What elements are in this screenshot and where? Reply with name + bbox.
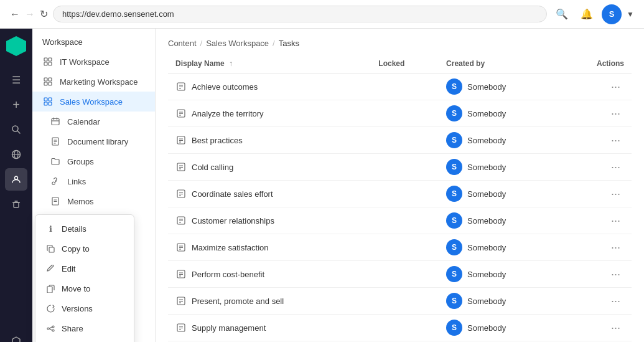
more-actions-button[interactable]: ··· bbox=[607, 320, 624, 335]
svg-rect-19 bbox=[44, 102, 47, 105]
user-menu-chevron[interactable]: ▼ bbox=[627, 10, 634, 19]
avatar: S bbox=[446, 159, 462, 175]
task-created-by: S Somebody bbox=[439, 288, 562, 315]
more-actions-button[interactable]: ··· bbox=[607, 240, 624, 255]
trash-button[interactable] bbox=[5, 193, 27, 216]
menu-toggle-button[interactable]: ☰ bbox=[5, 69, 27, 91]
created-by-name: Somebody bbox=[467, 136, 506, 145]
more-actions-button[interactable]: ··· bbox=[607, 159, 624, 174]
task-actions: ··· bbox=[562, 315, 632, 341]
more-actions-button[interactable]: ··· bbox=[607, 213, 624, 228]
ctx-share-item[interactable]: Share bbox=[35, 318, 134, 338]
ctx-edit-item[interactable]: Edit bbox=[35, 259, 134, 278]
nav-item-links[interactable]: Links bbox=[32, 171, 155, 191]
nav-item-marketing-workspace[interactable]: Marketing Workspace bbox=[32, 72, 155, 92]
breadcrumb-sales[interactable]: Sales Workspace bbox=[206, 39, 269, 48]
nav-item-document-library[interactable]: Document library bbox=[32, 131, 155, 151]
memo-icon bbox=[50, 196, 61, 207]
task-locked bbox=[371, 181, 439, 207]
svg-rect-33 bbox=[47, 287, 52, 293]
versions-icon bbox=[45, 303, 55, 313]
nav-item-it-workspace[interactable]: IT Workspace bbox=[32, 52, 155, 72]
breadcrumb: Content / Sales Workspace / Tasks bbox=[156, 29, 644, 48]
task-name: Coordinate sales effort bbox=[192, 189, 273, 199]
task-icon bbox=[175, 295, 187, 306]
globe-button[interactable] bbox=[5, 143, 27, 166]
nav-item-groups[interactable]: Groups bbox=[32, 151, 155, 171]
more-actions-button[interactable]: ··· bbox=[607, 293, 624, 308]
ctx-label: Edit bbox=[62, 264, 75, 273]
more-actions-button[interactable]: ··· bbox=[607, 186, 624, 201]
task-created-by: S Somebody bbox=[439, 100, 562, 127]
ctx-delete-item[interactable]: Delete bbox=[35, 338, 134, 342]
more-actions-button[interactable]: ··· bbox=[607, 106, 624, 121]
task-name: Present, promote and sell bbox=[192, 297, 284, 306]
nav-label: Groups bbox=[67, 157, 94, 166]
table-row: Maximize satisfaction S Somebody ··· bbox=[168, 234, 632, 261]
main-content: Content / Sales Workspace / Tasks Displa… bbox=[156, 29, 644, 342]
user-avatar[interactable]: S bbox=[602, 4, 622, 24]
more-actions-button[interactable]: ··· bbox=[607, 79, 624, 94]
task-locked bbox=[371, 315, 439, 341]
grid-icon-3 bbox=[42, 96, 54, 107]
notifications-icon[interactable]: 🔔 bbox=[577, 4, 597, 24]
task-locked bbox=[371, 154, 439, 181]
nav-refresh-icon[interactable]: ↻ bbox=[40, 8, 48, 20]
more-actions-button[interactable]: ··· bbox=[607, 133, 624, 148]
task-created-by: S Somebody bbox=[439, 127, 562, 154]
more-actions-button[interactable]: ··· bbox=[607, 267, 624, 282]
task-icon bbox=[175, 268, 187, 280]
breadcrumb-sep-1: / bbox=[200, 39, 203, 48]
nav-label: Memos bbox=[67, 197, 94, 206]
task-name: Best practices bbox=[192, 136, 243, 145]
created-by-name: Somebody bbox=[467, 297, 506, 306]
breadcrumb-current: Tasks bbox=[279, 39, 299, 48]
task-actions: ··· bbox=[562, 127, 632, 154]
col-name[interactable]: Display Name ↑ bbox=[168, 54, 371, 74]
nav-item-calendar[interactable]: Calendar bbox=[32, 112, 155, 131]
breadcrumb-content[interactable]: Content bbox=[168, 39, 197, 48]
avatar: S bbox=[446, 320, 462, 336]
svg-rect-11 bbox=[44, 62, 47, 65]
svg-line-1 bbox=[17, 131, 20, 133]
avatar: S bbox=[446, 186, 462, 202]
avatar: S bbox=[446, 132, 462, 148]
search-button[interactable] bbox=[5, 118, 27, 141]
svg-rect-21 bbox=[52, 119, 59, 125]
ctx-move-item[interactable]: Move to bbox=[35, 278, 134, 298]
task-created-by: S Somebody bbox=[439, 74, 562, 100]
ctx-details-item[interactable]: ℹ Details bbox=[35, 219, 134, 239]
task-name-cell: Present, promote and sell bbox=[168, 288, 371, 315]
task-actions: ··· bbox=[562, 288, 632, 315]
sort-arrow: ↑ bbox=[229, 59, 233, 68]
nav-forward-icon[interactable]: → bbox=[25, 9, 35, 20]
nav-item-memos[interactable]: Memos bbox=[32, 191, 155, 211]
ctx-copy-item[interactable]: Copy to bbox=[35, 239, 134, 259]
avatar: S bbox=[446, 105, 462, 121]
nav-label: Calendar bbox=[67, 117, 100, 126]
app-logo bbox=[6, 36, 26, 56]
task-created-by: S Somebody bbox=[439, 154, 562, 181]
avatar: S bbox=[446, 239, 462, 255]
task-name: Customer relationships bbox=[192, 216, 274, 226]
search-topbar-icon[interactable]: 🔍 bbox=[552, 4, 572, 24]
ctx-versions-item[interactable]: Versions bbox=[35, 298, 134, 318]
url-bar[interactable] bbox=[53, 6, 547, 22]
nav-label: Sales Workspace bbox=[60, 97, 123, 107]
people-button[interactable] bbox=[5, 168, 27, 191]
task-name-cell: Maximize satisfaction bbox=[168, 234, 371, 261]
task-name-cell: Perform cost-benefit bbox=[168, 261, 371, 288]
col-locked[interactable]: Locked bbox=[371, 54, 439, 74]
add-content-button[interactable]: + bbox=[5, 93, 27, 116]
nav-back-icon[interactable]: ← bbox=[10, 9, 20, 20]
grid-icon bbox=[42, 56, 54, 67]
task-icon bbox=[175, 108, 187, 119]
task-name: Achieve outcomes bbox=[192, 82, 258, 92]
nav-item-sales-workspace[interactable]: Sales Workspace bbox=[32, 92, 155, 112]
created-by-name: Somebody bbox=[467, 163, 506, 172]
icon-sidebar: ☰ + BETA bbox=[0, 29, 32, 342]
task-actions: ··· bbox=[562, 207, 632, 234]
apps-button[interactable] bbox=[5, 330, 27, 342]
nav-label: Document library bbox=[67, 137, 128, 146]
grid-icon-2 bbox=[42, 76, 54, 87]
